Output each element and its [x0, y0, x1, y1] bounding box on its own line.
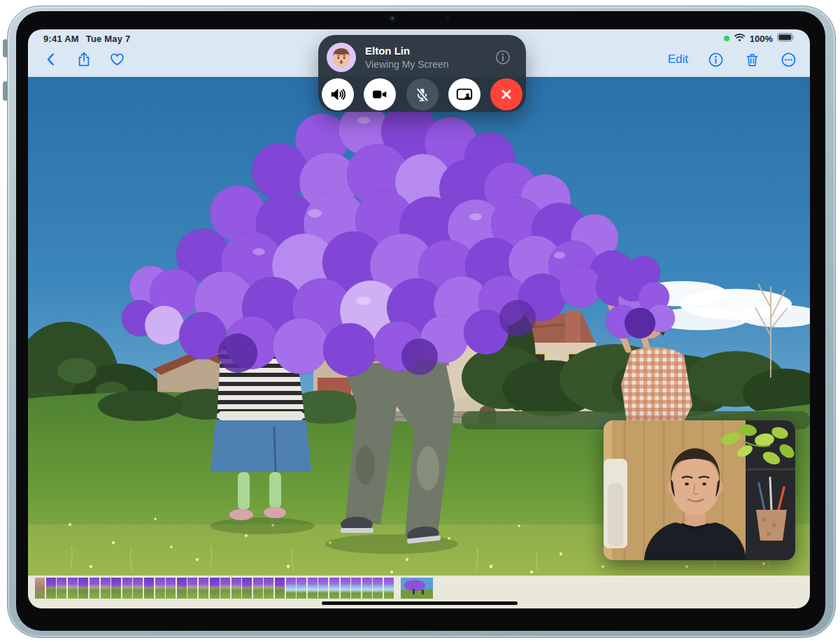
wifi-icon [734, 33, 746, 44]
filmstrip-thumbnail[interactable] [351, 578, 361, 599]
filmstrip-thumbnail[interactable] [46, 578, 56, 599]
status-right: 100% [724, 33, 795, 44]
filmstrip-thumbnail[interactable] [286, 578, 296, 599]
favorite-heart-icon[interactable] [108, 50, 126, 69]
filmstrip-thumbnail[interactable] [384, 578, 394, 599]
filmstrip-thumbnail[interactable] [78, 578, 88, 599]
status-time: 9:41 AM [43, 34, 79, 44]
close-x-icon [498, 86, 515, 103]
status-left: 9:41 AMTue May 7 [43, 34, 130, 44]
filmstrip-thumbnail[interactable] [264, 578, 273, 599]
filmstrip-thumbnail[interactable] [133, 578, 143, 599]
share-screen-button[interactable] [448, 78, 480, 110]
filmstrip-thumbnail[interactable] [329, 578, 339, 599]
filmstrip-thumbnail[interactable] [144, 578, 154, 599]
speaker-button[interactable] [322, 78, 354, 110]
speaker-icon [329, 85, 347, 104]
filmstrip-thumbnail[interactable] [155, 578, 165, 599]
end-call-button[interactable] [490, 78, 522, 110]
toolbar-right: Edit [668, 50, 797, 69]
mic-button[interactable] [406, 78, 439, 110]
info-icon[interactable] [706, 50, 725, 69]
filmstrip-thumbnail[interactable] [122, 578, 132, 599]
battery-icon [777, 33, 795, 44]
facetime-pip-video[interactable] [604, 420, 795, 560]
filmstrip-thumbnail[interactable] [220, 578, 230, 599]
filmstrip-thumbnail[interactable] [111, 578, 121, 599]
call-status: Viewing My Screen [365, 59, 449, 70]
share-icon[interactable] [75, 50, 93, 69]
filmstrip [35, 578, 433, 599]
filmstrip-thumbnail[interactable] [68, 578, 78, 599]
microphone-dot [447, 17, 449, 19]
ipad-screenshot: 9:41 AMTue May 7 100% [0, 0, 840, 642]
battery-percent: 100% [750, 34, 773, 44]
status-date: Tue May 7 [86, 34, 131, 44]
filmstrip-thumbnail[interactable] [275, 578, 285, 599]
filmstrip-thumbnail[interactable] [373, 578, 383, 599]
caller-name: Elton Lin [365, 45, 410, 57]
filmstrip-thumbnail[interactable] [90, 578, 99, 599]
back-chevron-icon[interactable] [42, 50, 60, 69]
filmstrip-thumbnail[interactable] [177, 578, 187, 599]
edit-button[interactable]: Edit [668, 52, 688, 66]
privacy-indicator-dot [724, 36, 729, 41]
facetime-banner[interactable]: Elton Lin Viewing My Screen [318, 35, 526, 112]
filmstrip-thumbnail[interactable] [253, 578, 263, 599]
filmstrip-thumbnail[interactable] [341, 578, 350, 599]
filmstrip-thumbnail[interactable] [242, 578, 252, 599]
filmstrip-thumbnail[interactable] [318, 578, 328, 599]
trash-icon[interactable] [743, 50, 761, 69]
filmstrip-thumbnail[interactable] [308, 578, 318, 599]
front-camera [389, 15, 397, 22]
photos-bottom-bar [28, 576, 810, 608]
call-controls [318, 78, 526, 110]
info-icon[interactable] [494, 49, 511, 66]
home-indicator[interactable] [322, 601, 518, 605]
filmstrip-thumbnail[interactable] [297, 578, 306, 599]
screen-share-icon [455, 85, 474, 104]
filmstrip-thumbnail[interactable] [210, 578, 220, 599]
screen: 9:41 AMTue May 7 100% [28, 29, 810, 608]
camera-button[interactable] [364, 78, 396, 110]
filmstrip-thumbnail[interactable] [362, 578, 372, 599]
avatar [327, 43, 356, 72]
filmstrip-thumbnail[interactable] [187, 578, 197, 599]
video-camera-icon [371, 85, 389, 104]
filmstrip-thumbnail[interactable] [199, 578, 208, 599]
filmstrip-thumbnail[interactable] [35, 578, 45, 599]
filmstrip-selected-thumbnail[interactable] [401, 578, 433, 599]
more-circle-icon[interactable] [779, 50, 797, 69]
filmstrip-thumbnail[interactable] [232, 578, 241, 599]
toolbar-left [42, 50, 126, 69]
filmstrip-thumbnail[interactable] [166, 578, 176, 599]
filmstrip-thumbnail[interactable] [101, 578, 111, 599]
filmstrip-thumbnail[interactable] [57, 578, 66, 599]
mic-muted-icon [413, 86, 431, 104]
